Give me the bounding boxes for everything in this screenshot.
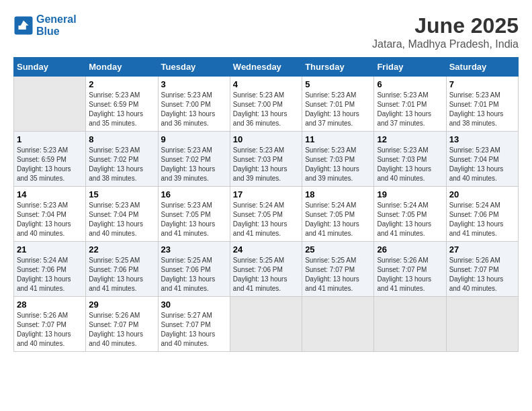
calendar-cell: 2 Sunrise: 5:23 AMSunset: 6:59 PMDayligh… xyxy=(86,77,158,132)
calendar-cell: 17 Sunrise: 5:24 AMSunset: 7:05 PMDaylig… xyxy=(230,187,302,242)
calendar-week-3: 21 Sunrise: 5:24 AMSunset: 7:06 PMDaylig… xyxy=(14,242,519,297)
day-info: Sunrise: 5:23 AMSunset: 7:02 PMDaylight:… xyxy=(89,146,143,182)
svg-rect-2 xyxy=(19,26,26,30)
header-thursday: Thursday xyxy=(302,58,374,77)
calendar-cell: 1 Sunrise: 5:23 AMSunset: 6:59 PMDayligh… xyxy=(14,132,86,187)
day-number: 13 xyxy=(449,134,515,144)
day-info: Sunrise: 5:26 AMSunset: 7:07 PMDaylight:… xyxy=(449,257,504,292)
day-info: Sunrise: 5:23 AMSunset: 7:05 PMDaylight:… xyxy=(161,201,216,237)
calendar-cell: 8 Sunrise: 5:23 AMSunset: 7:02 PMDayligh… xyxy=(86,132,158,187)
day-info: Sunrise: 5:23 AMSunset: 7:04 PMDaylight:… xyxy=(17,201,71,237)
calendar-cell: 4 Sunrise: 5:23 AMSunset: 7:00 PMDayligh… xyxy=(230,77,302,132)
day-info: Sunrise: 5:23 AMSunset: 7:03 PMDaylight:… xyxy=(305,146,359,182)
calendar-week-2: 14 Sunrise: 5:23 AMSunset: 7:04 PMDaylig… xyxy=(14,187,519,242)
day-number: 17 xyxy=(233,189,299,199)
title-area: June 2025 Jatara, Madhya Pradesh, India xyxy=(372,13,519,50)
day-number: 23 xyxy=(161,244,227,255)
day-info: Sunrise: 5:27 AMSunset: 7:07 PMDaylight:… xyxy=(161,312,216,347)
day-info: Sunrise: 5:26 AMSunset: 7:07 PMDaylight:… xyxy=(89,312,143,347)
day-info: Sunrise: 5:23 AMSunset: 6:59 PMDaylight:… xyxy=(17,146,71,182)
calendar-cell: 7 Sunrise: 5:23 AMSunset: 7:01 PMDayligh… xyxy=(446,77,518,132)
day-number: 1 xyxy=(17,134,83,144)
day-info: Sunrise: 5:23 AMSunset: 6:59 PMDaylight:… xyxy=(89,91,143,127)
day-number: 4 xyxy=(233,79,299,89)
day-info: Sunrise: 5:26 AMSunset: 7:07 PMDaylight:… xyxy=(17,312,71,347)
day-number: 16 xyxy=(161,189,227,199)
day-info: Sunrise: 5:25 AMSunset: 7:06 PMDaylight:… xyxy=(89,257,143,292)
day-number: 14 xyxy=(17,189,83,199)
day-number: 7 xyxy=(449,79,515,89)
calendar-week-1: 1 Sunrise: 5:23 AMSunset: 6:59 PMDayligh… xyxy=(14,132,519,187)
day-number: 10 xyxy=(233,134,299,144)
day-number: 21 xyxy=(17,244,83,255)
day-info: Sunrise: 5:24 AMSunset: 7:05 PMDaylight:… xyxy=(305,201,359,237)
calendar-cell: 16 Sunrise: 5:23 AMSunset: 7:05 PMDaylig… xyxy=(158,187,230,242)
header-friday: Friday xyxy=(374,58,446,77)
calendar-cell: 28 Sunrise: 5:26 AMSunset: 7:07 PMDaylig… xyxy=(14,297,86,352)
calendar-cell xyxy=(446,297,518,352)
day-info: Sunrise: 5:23 AMSunset: 7:02 PMDaylight:… xyxy=(161,146,216,182)
day-number: 12 xyxy=(377,134,443,144)
day-number: 30 xyxy=(161,300,227,310)
day-number: 20 xyxy=(449,189,515,199)
day-info: Sunrise: 5:23 AMSunset: 7:00 PMDaylight:… xyxy=(233,91,287,127)
calendar-cell: 10 Sunrise: 5:23 AMSunset: 7:03 PMDaylig… xyxy=(230,132,302,187)
day-number: 24 xyxy=(233,244,299,255)
day-number: 27 xyxy=(449,244,515,255)
calendar-cell: 23 Sunrise: 5:25 AMSunset: 7:06 PMDaylig… xyxy=(158,242,230,297)
calendar-cell: 20 Sunrise: 5:24 AMSunset: 7:06 PMDaylig… xyxy=(446,187,518,242)
calendar-cell: 21 Sunrise: 5:24 AMSunset: 7:06 PMDaylig… xyxy=(14,242,86,297)
day-info: Sunrise: 5:24 AMSunset: 7:05 PMDaylight:… xyxy=(377,201,431,237)
calendar-cell: 26 Sunrise: 5:26 AMSunset: 7:07 PMDaylig… xyxy=(374,242,446,297)
day-info: Sunrise: 5:26 AMSunset: 7:07 PMDaylight:… xyxy=(377,257,431,292)
day-number: 28 xyxy=(17,300,83,310)
calendar-cell: 9 Sunrise: 5:23 AMSunset: 7:02 PMDayligh… xyxy=(158,132,230,187)
day-info: Sunrise: 5:23 AMSunset: 7:01 PMDaylight:… xyxy=(377,91,431,127)
calendar-cell: 30 Sunrise: 5:27 AMSunset: 7:07 PMDaylig… xyxy=(158,297,230,352)
calendar-cell xyxy=(230,297,302,352)
page-header: General Blue June 2025 Jatara, Madhya Pr… xyxy=(13,13,519,50)
calendar-table: Sunday Monday Tuesday Wednesday Thursday… xyxy=(13,57,519,352)
day-info: Sunrise: 5:24 AMSunset: 7:06 PMDaylight:… xyxy=(17,257,71,292)
day-info: Sunrise: 5:25 AMSunset: 7:07 PMDaylight:… xyxy=(305,257,359,292)
calendar-cell: 27 Sunrise: 5:26 AMSunset: 7:07 PMDaylig… xyxy=(446,242,518,297)
logo-line2: Blue xyxy=(36,26,77,38)
calendar-cell: 25 Sunrise: 5:25 AMSunset: 7:07 PMDaylig… xyxy=(302,242,374,297)
header-monday: Monday xyxy=(86,58,158,77)
calendar-week-4: 28 Sunrise: 5:26 AMSunset: 7:07 PMDaylig… xyxy=(14,297,519,352)
header-saturday: Saturday xyxy=(446,58,518,77)
header-sunday: Sunday xyxy=(14,58,86,77)
day-info: Sunrise: 5:23 AMSunset: 7:03 PMDaylight:… xyxy=(377,146,431,182)
calendar-cell: 12 Sunrise: 5:23 AMSunset: 7:03 PMDaylig… xyxy=(374,132,446,187)
calendar-cell xyxy=(374,297,446,352)
header-tuesday: Tuesday xyxy=(158,58,230,77)
day-number: 9 xyxy=(161,134,227,144)
logo-line1: General xyxy=(36,13,77,26)
day-info: Sunrise: 5:23 AMSunset: 7:04 PMDaylight:… xyxy=(89,201,143,237)
day-number: 26 xyxy=(377,244,443,255)
calendar-cell: 15 Sunrise: 5:23 AMSunset: 7:04 PMDaylig… xyxy=(86,187,158,242)
day-number: 19 xyxy=(377,189,443,199)
day-info: Sunrise: 5:23 AMSunset: 7:03 PMDaylight:… xyxy=(233,146,287,182)
calendar-week-0: 2 Sunrise: 5:23 AMSunset: 6:59 PMDayligh… xyxy=(14,77,519,132)
day-number: 6 xyxy=(377,79,443,89)
day-info: Sunrise: 5:24 AMSunset: 7:05 PMDaylight:… xyxy=(233,201,287,237)
day-info: Sunrise: 5:23 AMSunset: 7:04 PMDaylight:… xyxy=(449,146,504,182)
calendar-cell: 3 Sunrise: 5:23 AMSunset: 7:00 PMDayligh… xyxy=(158,77,230,132)
day-number: 22 xyxy=(89,244,154,255)
calendar-cell: 18 Sunrise: 5:24 AMSunset: 7:05 PMDaylig… xyxy=(302,187,374,242)
day-number: 8 xyxy=(89,134,154,144)
day-info: Sunrise: 5:24 AMSunset: 7:06 PMDaylight:… xyxy=(449,201,504,237)
location-title: Jatara, Madhya Pradesh, India xyxy=(372,38,519,50)
calendar-cell: 14 Sunrise: 5:23 AMSunset: 7:04 PMDaylig… xyxy=(14,187,86,242)
calendar-cell xyxy=(302,297,374,352)
day-number: 5 xyxy=(305,79,371,89)
day-number: 15 xyxy=(89,189,154,199)
header-wednesday: Wednesday xyxy=(230,58,302,77)
month-title: June 2025 xyxy=(372,13,519,38)
calendar-cell xyxy=(14,77,86,132)
day-number: 25 xyxy=(305,244,371,255)
day-info: Sunrise: 5:23 AMSunset: 7:01 PMDaylight:… xyxy=(305,91,359,127)
calendar-cell: 19 Sunrise: 5:24 AMSunset: 7:05 PMDaylig… xyxy=(374,187,446,242)
calendar-cell: 29 Sunrise: 5:26 AMSunset: 7:07 PMDaylig… xyxy=(86,297,158,352)
